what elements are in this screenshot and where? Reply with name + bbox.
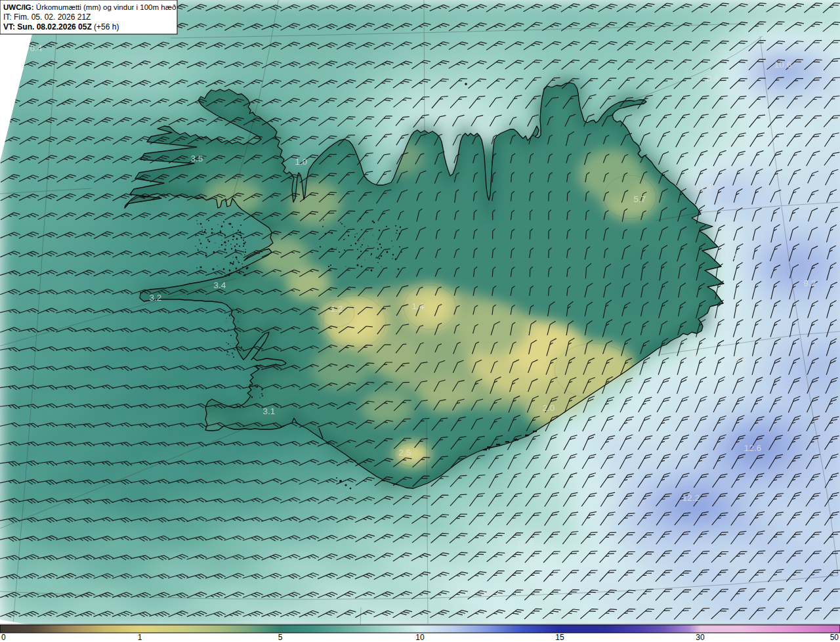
svg-text:3.4: 3.4 [214,280,226,290]
svg-text:8.8: 8.8 [707,74,719,83]
svg-text:2.0: 2.0 [543,403,555,413]
svg-text:50: 50 [830,633,839,642]
svg-text:IT: Fim. 05. 02. 2026 21Z: IT: Fim. 05. 02. 2026 21Z [3,12,91,22]
svg-text:10: 10 [415,633,425,642]
svg-text:11.2: 11.2 [719,251,736,261]
svg-text:3.2: 3.2 [150,293,162,303]
svg-text:15: 15 [555,633,564,642]
svg-text:9.3: 9.3 [734,355,747,365]
svg-text:12.6: 12.6 [744,443,761,453]
svg-text:UWC/IG: Úrkomumætti (mm) og vi: UWC/IG: Úrkomumætti (mm) og vindur i 100… [3,3,176,11]
svg-text:1.2: 1.2 [331,304,343,314]
svg-text:6.4: 6.4 [30,43,43,53]
svg-text:11.6: 11.6 [681,350,697,360]
svg-text:10.7: 10.7 [482,588,499,598]
svg-text:10.5: 10.5 [516,539,534,549]
svg-text:5.7: 5.7 [634,194,646,204]
svg-text:3.5: 3.5 [191,154,203,163]
svg-text:5: 5 [278,633,283,642]
svg-text:12.2: 12.2 [682,493,700,503]
svg-text:1.4: 1.4 [412,301,425,311]
svg-text:30: 30 [696,633,705,642]
svg-text:10.6: 10.6 [774,60,791,70]
svg-text:2.5: 2.5 [399,448,411,458]
svg-text:9.2: 9.2 [804,278,816,288]
svg-text:VT: Sun. 08.02.2026 05Z (+56 h: VT: Sun. 08.02.2026 05Z (+56 h) [3,22,119,32]
svg-text:11.4: 11.4 [695,182,712,192]
svg-text:1: 1 [138,633,142,642]
svg-text:3.1: 3.1 [263,406,276,416]
svg-text:1.0: 1.0 [295,157,308,167]
svg-text:0: 0 [1,633,6,642]
